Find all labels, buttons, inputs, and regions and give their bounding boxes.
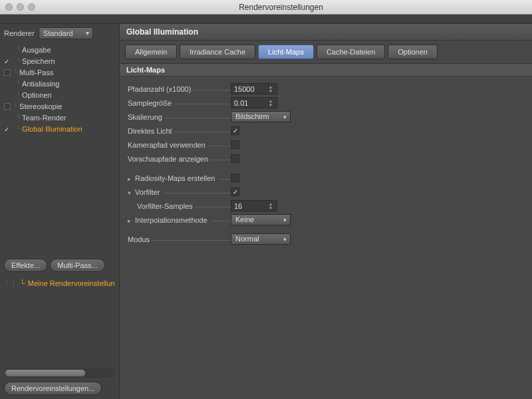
radiosity-label: Radiosity-Maps erstellen bbox=[135, 174, 217, 182]
close-icon[interactable] bbox=[5, 3, 13, 11]
sidebar-item-multipass[interactable]: └Multi-Pass bbox=[0, 66, 119, 78]
sidebar: Renderer Standard └Ausgabe └Speichern └M… bbox=[0, 24, 120, 399]
fields-area: Pfadanzahl (x1000) ▲▼ Samplegröße ▲▼ Ska… bbox=[120, 76, 532, 251]
settings-tree: └Ausgabe └Speichern └Multi-Pass └Antiali… bbox=[0, 43, 119, 137]
preset-item[interactable]: ⋮⋮ └ Meine Rendervoreinstellun bbox=[4, 279, 115, 287]
sidebar-item-teamrender[interactable]: └Team-Render bbox=[0, 112, 119, 123]
expand-icon[interactable]: ▸ bbox=[128, 217, 133, 224]
tab-optionen[interactable]: Optionen bbox=[388, 45, 438, 59]
sidebar-item-speichern[interactable]: └Speichern bbox=[0, 55, 119, 66]
vorschaupfade-label: Vorschaupfade anzeigen bbox=[128, 155, 210, 163]
tab-irradiance-cache[interactable]: Irradiance Cache bbox=[180, 45, 255, 59]
effects-button[interactable]: Effekte... bbox=[4, 259, 47, 272]
sidebar-item-optionen[interactable]: └Optionen bbox=[0, 89, 119, 100]
sidebar-item-global-illumination[interactable]: └Global Illumination bbox=[0, 123, 119, 134]
subheader: Licht-Maps bbox=[120, 63, 532, 76]
modus-select[interactable]: Normal bbox=[231, 233, 291, 245]
vorschaupfade-checkbox[interactable] bbox=[231, 154, 239, 163]
vorfilter-label: Vorfilter bbox=[135, 188, 162, 196]
pfadanzahl-label: Pfadanzahl (x1000) bbox=[128, 85, 193, 93]
render-settings-button[interactable]: Rendervoreinstellungen... bbox=[4, 382, 102, 395]
vorfilter-samples-spinner[interactable]: ▲▼ bbox=[269, 202, 273, 210]
multipass-button[interactable]: Multi-Pass... bbox=[50, 259, 105, 272]
sidebar-item-antialiasing[interactable]: └Antialiasing bbox=[0, 78, 119, 89]
window-controls bbox=[5, 3, 35, 11]
vorfilter-checkbox[interactable] bbox=[231, 188, 239, 196]
sidebar-item-ausgabe[interactable]: └Ausgabe bbox=[0, 44, 119, 55]
vorfilter-samples-label: Vorfilter-Samples bbox=[128, 202, 195, 210]
window-title: Rendervoreinstellungen bbox=[35, 3, 527, 12]
direktes-licht-checkbox[interactable] bbox=[231, 126, 239, 135]
samplegroesse-spinner[interactable]: ▲▼ bbox=[269, 99, 273, 107]
interpolation-label: Interpolationsmethode bbox=[135, 216, 209, 224]
toolbar-strip bbox=[0, 15, 532, 24]
sidebar-scrollbar[interactable] bbox=[4, 368, 115, 378]
direktes-licht-label: Direktes Licht bbox=[128, 127, 174, 135]
tab-licht-maps[interactable]: Licht-Maps bbox=[258, 45, 314, 59]
minimize-icon[interactable] bbox=[17, 3, 24, 11]
pfadanzahl-spinner[interactable]: ▲▼ bbox=[269, 85, 273, 93]
titlebar: Rendervoreinstellungen bbox=[0, 0, 532, 15]
tab-allgemein[interactable]: Allgemein bbox=[125, 45, 177, 59]
section-header: Global Illumination bbox=[120, 24, 532, 41]
kamerapfad-label: Kamerapfad verwenden bbox=[128, 141, 207, 149]
skalierung-label: Skalierung bbox=[128, 113, 164, 121]
renderer-dropdown[interactable]: Standard bbox=[39, 27, 93, 39]
sidebar-item-stereoskopie[interactable]: └Stereoskopie bbox=[0, 100, 119, 112]
kamerapfad-checkbox[interactable] bbox=[231, 140, 239, 149]
main-panel: Global Illumination Allgemein Irradiance… bbox=[120, 24, 532, 399]
tabs: Allgemein Irradiance Cache Licht-Maps Ca… bbox=[120, 41, 532, 63]
samplegroesse-label: Samplegröße bbox=[128, 99, 174, 107]
modus-label: Modus bbox=[128, 235, 152, 243]
preset-handle-icon: ⋮⋮ bbox=[4, 280, 17, 287]
tab-cache-dateien[interactable]: Cache-Dateien bbox=[317, 45, 385, 59]
zoom-icon[interactable] bbox=[28, 3, 35, 11]
expand-icon[interactable]: ▸ bbox=[128, 176, 133, 182]
radiosity-checkbox[interactable] bbox=[231, 174, 239, 182]
interpolation-select[interactable]: Keine bbox=[231, 214, 291, 225]
skalierung-select[interactable]: Bildschirm bbox=[231, 111, 291, 122]
renderer-label: Renderer bbox=[4, 29, 35, 37]
collapse-icon[interactable]: ▾ bbox=[128, 190, 133, 196]
